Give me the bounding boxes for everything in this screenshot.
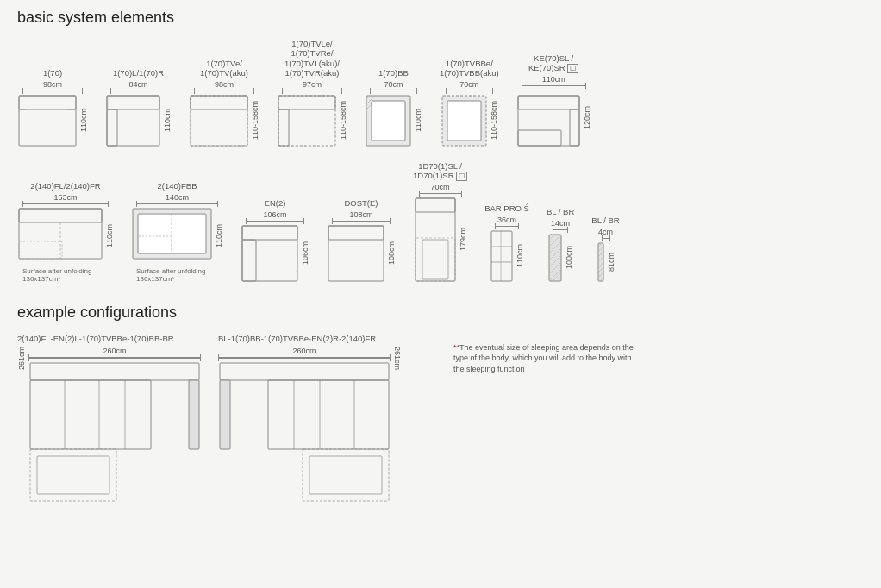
- svg-rect-35: [242, 226, 297, 281]
- elem-label: 1(70)TVLe/1(70)TVRe/1(70)TVL(aku)/1(70)T…: [284, 39, 340, 78]
- elem-height: 120cm: [583, 106, 591, 129]
- element-en2: EN(2) 106cm 106cm: [241, 198, 309, 282]
- elem-width: 106cm: [263, 210, 286, 219]
- svg-rect-36: [242, 226, 297, 240]
- dim-line-h: [22, 203, 109, 204]
- svg-rect-72: [37, 456, 109, 494]
- drawing-wrap: 179cm: [414, 197, 467, 283]
- furniture-svg: [277, 94, 337, 147]
- elem-label: BAR PRO Ś: [484, 203, 529, 213]
- svg-rect-12: [191, 96, 247, 109]
- furniture-svg: [17, 207, 103, 266]
- note-text: **The eventual size of sleeping area dep…: [453, 342, 643, 375]
- drawing-wrap: 110cm: [17, 207, 114, 266]
- svg-rect-41: [416, 198, 455, 212]
- dim-line-h: [553, 229, 568, 230]
- elem-width: 110cm: [542, 75, 565, 84]
- elements-grid: 1(70) 98cm 110cm 1(70)L/1(70)R 84cm: [17, 39, 864, 147]
- config-drawing-wrap: 260cm: [218, 347, 402, 510]
- elem-label: DOST(E): [344, 198, 378, 208]
- svg-rect-1: [19, 96, 76, 109]
- svg-rect-13: [278, 96, 335, 146]
- drawing-wrap: 108cm: [327, 224, 396, 283]
- svg-rect-42: [416, 238, 455, 281]
- svg-rect-25: [570, 109, 579, 146]
- dim-line-h: [136, 203, 218, 204]
- elem-height: 110-158cm: [490, 101, 498, 140]
- elem-width: 108cm: [349, 210, 372, 219]
- furniture-svg: [547, 233, 563, 283]
- furniture-svg: [597, 241, 605, 283]
- furniture-svg: [189, 94, 249, 147]
- config-svg-1: [28, 361, 201, 508]
- elem-width: 97cm: [303, 80, 322, 89]
- element-1-70: 1(70) 98cm 110cm: [17, 68, 88, 147]
- drawing-wrap: 110cm: [490, 229, 524, 283]
- svg-rect-73: [189, 380, 199, 449]
- elem-height: 179cm: [459, 228, 467, 251]
- dim-line-h: [446, 91, 493, 91]
- svg-rect-79: [303, 449, 389, 501]
- drawing-wrap: 110-158cm: [440, 94, 498, 147]
- height-label-right: 261cm: [393, 347, 402, 370]
- section2-title: example configurations: [17, 303, 864, 322]
- elem-label: 1(70)BB: [378, 68, 409, 78]
- elem-width: 140cm: [166, 193, 189, 202]
- elem-height: 100cm: [565, 246, 573, 269]
- furniture-svg: [131, 207, 213, 266]
- svg-rect-22: [447, 101, 481, 141]
- svg-rect-24: [518, 96, 579, 109]
- svg-rect-7: [107, 96, 159, 109]
- elem-height: 110-158cm: [339, 101, 347, 140]
- element-2-140fl: 2(140)FL/2(140)FR 153cm 110cm Surface af…: [17, 181, 114, 282]
- elem-label: BL / BR: [591, 216, 619, 225]
- elem-note: Surface after unfolding 136x137cm*: [22, 267, 109, 283]
- svg-rect-44: [491, 231, 512, 281]
- furniture-svg: [440, 94, 488, 147]
- elem-label: 2(140)FL/2(140)FR: [30, 181, 100, 191]
- dim-line-h: [522, 85, 586, 86]
- elem-height: 110cm: [515, 244, 524, 267]
- elem-label: KE(70)SL /KE(70)SR ☐: [528, 53, 578, 73]
- config-dim-line: [218, 357, 391, 359]
- config-width-label: 260cm: [28, 347, 201, 355]
- elem-height: 110cm: [414, 109, 422, 132]
- svg-rect-15: [278, 109, 289, 146]
- height-label-left: 261cm: [17, 347, 26, 370]
- drawing-wrap: 110cm: [365, 94, 422, 147]
- config-label: BL-1(70)BB-1(70)TVBBe-EN(2)R-2(140)FR: [218, 334, 402, 343]
- drawing-wrap: 110cm: [105, 94, 172, 147]
- elem-height: 110cm: [215, 224, 223, 247]
- elem-label: 1D70(1)SL /1D70(1)SR ☐: [413, 161, 467, 181]
- svg-rect-10: [191, 96, 247, 146]
- furniture-svg: [490, 229, 514, 283]
- element-bl-4: BL / BR 4cm 81cm: [591, 216, 619, 282]
- configs-section: example configurations 2(140)FL-EN(2)L-1…: [17, 303, 864, 510]
- svg-rect-26: [518, 130, 561, 146]
- drawing-wrap: 110-158cm: [277, 94, 347, 147]
- svg-rect-28: [19, 209, 102, 222]
- config-1: 2(140)FL-EN(2)L-1(70)TVBBe-1(70)BB-BR 26…: [17, 334, 201, 510]
- element-tvbb: 1(70)TVBBe/1(70)TVBB(aku) 70cm 110-158cm: [440, 59, 499, 147]
- element-1-70lr: 1(70)L/1(70)R 84cm 110cm: [105, 68, 172, 147]
- svg-rect-80: [309, 456, 382, 494]
- element-1d70: 1D70(1)SL /1D70(1)SR ☐ 70cm 179cm: [413, 161, 467, 283]
- config-label: 2(140)FL-EN(2)L-1(70)TVBBe-1(70)BB-BR: [17, 334, 201, 343]
- furniture-svg: [365, 94, 412, 147]
- section-title: basic system elements: [17, 9, 864, 27]
- basic-elements-section: basic system elements 1(70) 98cm 110cm: [17, 9, 864, 283]
- element-doste: DOST(E) 108cm 108cm: [327, 198, 396, 282]
- elem-label: EN(2): [265, 198, 286, 208]
- dim-line-h: [246, 221, 304, 222]
- elem-label: BL / BR: [547, 207, 574, 216]
- drawing-wrap: 110cm: [131, 207, 223, 266]
- drawing-wrap: 110cm: [17, 94, 88, 147]
- svg-rect-30: [19, 241, 62, 259]
- elem-width: 84cm: [128, 80, 147, 89]
- svg-rect-38: [328, 226, 384, 281]
- configs-container: 2(140)FL-EN(2)L-1(70)TVBBe-1(70)BB-BR 26…: [17, 334, 864, 510]
- element-1-70bb: 1(70)BB 70cm 110cm: [365, 68, 422, 147]
- config-svg-2: [218, 361, 391, 508]
- furniture-svg: [105, 94, 161, 147]
- elem-height: 81cm: [607, 253, 615, 272]
